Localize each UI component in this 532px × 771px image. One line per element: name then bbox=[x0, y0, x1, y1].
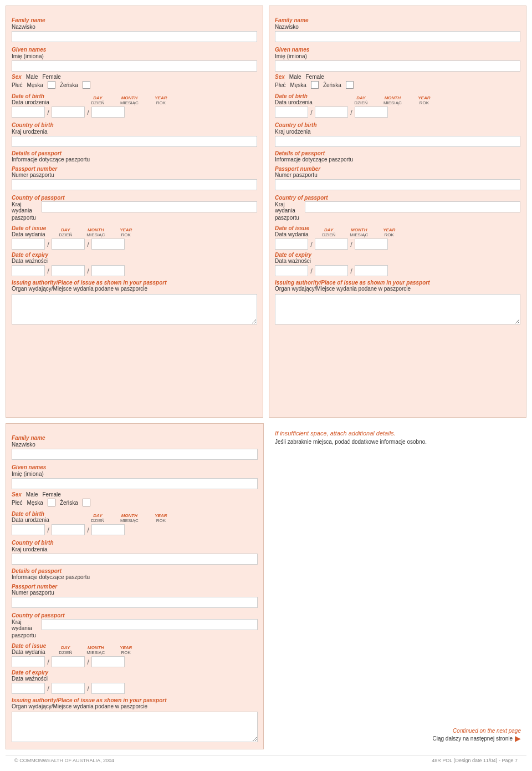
female-option-tr: Female bbox=[305, 74, 324, 80]
issuing-authority-label-en-tr: Issuing authority/Place of issue as show… bbox=[275, 280, 520, 286]
issue-day-box-tr[interactable] bbox=[275, 239, 308, 250]
issue-day-box-bl[interactable] bbox=[12, 656, 45, 667]
given-names-input[interactable] bbox=[12, 60, 257, 72]
kraj-wydania-label-bl: Kraj wydania bbox=[12, 619, 39, 631]
month-header-tl: MONTH bbox=[114, 95, 145, 100]
organ-label-bl: Organ wydający/Miejsce wydania podane w … bbox=[12, 703, 258, 709]
birth-day-box-tr[interactable] bbox=[275, 106, 308, 118]
country-passport-input-tl[interactable] bbox=[42, 201, 257, 212]
plec-label-bl: Płeć bbox=[12, 500, 22, 506]
expiry-month-box-bl[interactable] bbox=[52, 683, 85, 694]
issue-year-box-tl[interactable] bbox=[91, 239, 125, 250]
expiry-slash1-tr: / bbox=[308, 267, 315, 275]
country-birth-input-tl[interactable] bbox=[12, 136, 257, 147]
nazwisko-label: Nazwisko bbox=[12, 24, 257, 30]
expiry-day-box-tr[interactable] bbox=[275, 265, 308, 276]
female-checkbox-tr[interactable] bbox=[346, 81, 354, 89]
paszportu-label-bl: paszportu bbox=[12, 632, 39, 638]
dzien-sub-tl: DZIEŃ bbox=[83, 100, 113, 105]
issue-month-box-tl[interactable] bbox=[52, 239, 85, 250]
country-passport-input-bl[interactable] bbox=[42, 619, 258, 630]
passport-number-input-bl[interactable] bbox=[12, 597, 258, 608]
data-wydania-label-bl: Data wydania bbox=[12, 649, 46, 655]
continued-text-pl: Ciąg dalszy na następnej stronie bbox=[432, 736, 513, 742]
dzien-sub-bl: DZIEŃ bbox=[83, 518, 113, 523]
data-wydania-label-tl: Data wydania bbox=[12, 231, 46, 237]
issue-day-box-tl[interactable] bbox=[12, 239, 45, 250]
given-names-input-bl[interactable] bbox=[12, 478, 258, 489]
issue-slash1-tr: / bbox=[308, 240, 315, 248]
issuing-authority-textarea-tl[interactable] bbox=[12, 294, 257, 324]
continued-text-en: Continued on the next page bbox=[275, 728, 521, 734]
issue-year-box-bl[interactable] bbox=[91, 656, 125, 667]
day-header-tl: DAY bbox=[83, 95, 113, 100]
male-checkbox-bl[interactable] bbox=[48, 499, 55, 506]
birth-day-box-bl[interactable] bbox=[12, 524, 45, 535]
arrow-right-icon: ▶ bbox=[515, 734, 521, 743]
date-expiry-input-row-tr: / / bbox=[275, 265, 520, 276]
country-birth-input-tr[interactable] bbox=[275, 136, 520, 147]
expiry-month-box-tr[interactable] bbox=[315, 265, 348, 276]
year-issue-bl: YEAR bbox=[112, 645, 140, 650]
male-checkbox[interactable] bbox=[48, 81, 55, 89]
day-issue-tr: DAY bbox=[315, 227, 342, 232]
issue-month-box-bl[interactable] bbox=[52, 656, 85, 667]
birth-year-box-tl[interactable] bbox=[91, 106, 125, 118]
imie-label: Imię (imiona) bbox=[12, 53, 257, 59]
female-checkbox-bl[interactable] bbox=[83, 499, 90, 506]
informacje-label-tl: Informacje dotyczące paszportu bbox=[12, 156, 257, 163]
details-passport-label-en-bl: Details of passport bbox=[12, 568, 258, 574]
issuing-authority-textarea-tr[interactable] bbox=[275, 294, 520, 324]
expiry-day-box-bl[interactable] bbox=[12, 683, 45, 694]
issue-year-box-tr[interactable] bbox=[355, 239, 388, 250]
passport-number-input-tr[interactable] bbox=[275, 179, 520, 190]
birth-month-box-tl[interactable] bbox=[52, 106, 85, 118]
birth-year-box-tr[interactable] bbox=[355, 106, 388, 118]
date-expiry-label-en-bl: Date of expiry bbox=[12, 669, 258, 676]
expiry-year-box-tl[interactable] bbox=[91, 265, 125, 276]
data-waznosci-label-tr: Data ważności bbox=[275, 258, 520, 264]
issue-slash1-tl: / bbox=[45, 240, 52, 248]
expiry-day-box-tl[interactable] bbox=[12, 265, 45, 276]
data-wydania-label-tr: Data wydania bbox=[275, 231, 309, 237]
given-names-label-en-bl: Given names bbox=[12, 464, 258, 470]
plec-row: Płeć Męska Żeńska bbox=[12, 81, 257, 89]
female-checkbox[interactable] bbox=[83, 81, 90, 89]
birth-day-box-tl[interactable] bbox=[12, 106, 45, 118]
given-names-input-tr[interactable] bbox=[275, 60, 520, 72]
top-left-column: Family name Nazwisko Given names Imię (i… bbox=[6, 6, 263, 418]
issuing-authority-textarea-bl[interactable] bbox=[12, 712, 258, 742]
insufficient-section: If insufficient space, attach additional… bbox=[275, 430, 521, 445]
male-checkbox-tr[interactable] bbox=[311, 81, 319, 89]
birth-month-box-bl[interactable] bbox=[52, 524, 85, 535]
male-option: Male bbox=[26, 74, 38, 80]
country-passport-label-en-tr: Country of passport bbox=[275, 195, 520, 201]
numer-paszportu-label-tl: Numer paszportu bbox=[12, 172, 257, 178]
date-birth-label-en-bl: Date of birth bbox=[12, 511, 49, 517]
date-birth-input-row-bl: / / bbox=[12, 524, 258, 535]
issue-month-box-tr[interactable] bbox=[315, 239, 348, 250]
family-name-input-tr[interactable] bbox=[275, 31, 520, 42]
expiry-year-box-bl[interactable] bbox=[91, 683, 125, 694]
zenska-label-bl: Żeńska bbox=[60, 500, 78, 506]
country-birth-input-bl[interactable] bbox=[12, 554, 258, 565]
family-name-input[interactable] bbox=[12, 31, 257, 42]
miesiac-issue-bl: MIESIĄC bbox=[80, 650, 111, 655]
insufficient-text-en: If insufficient space, attach additional… bbox=[275, 430, 521, 437]
slash2-tl: / bbox=[85, 108, 91, 116]
plec-row-bl: Płeć Męska Żeńska bbox=[12, 499, 258, 506]
data-urodzenia-label-tr: Data urodzenia bbox=[275, 99, 313, 105]
country-passport-label-en-bl: Country of passport bbox=[12, 612, 258, 618]
rok-sub-tr: ROK bbox=[409, 100, 439, 105]
passport-number-input-tl[interactable] bbox=[12, 179, 257, 190]
month-header-tr: MONTH bbox=[377, 95, 408, 100]
expiry-month-box-tl[interactable] bbox=[52, 265, 85, 276]
nazwisko-label-bl: Nazwisko bbox=[12, 442, 258, 448]
birth-year-box-bl[interactable] bbox=[91, 524, 125, 535]
birth-month-box-tr[interactable] bbox=[315, 106, 348, 118]
footer-copyright: © COMMONWEALTH OF AUSTRALIA, 2004 bbox=[14, 758, 114, 763]
country-passport-input-tr[interactable] bbox=[305, 201, 520, 212]
sex-row-tr: Sex Male Female bbox=[275, 74, 520, 80]
expiry-year-box-tr[interactable] bbox=[355, 265, 388, 276]
family-name-input-bl[interactable] bbox=[12, 449, 258, 460]
